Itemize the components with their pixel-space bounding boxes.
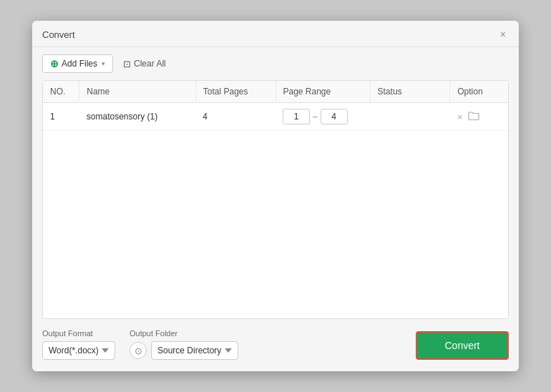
footer: Output Format Word(*.docx) Output Folder… bbox=[32, 319, 519, 371]
toolbar: ⊕ Add Files ▾ ⊡ Clear All bbox=[32, 47, 519, 80]
cell-name: somatosensory (1) bbox=[79, 103, 196, 131]
convert-button[interactable]: Convert bbox=[416, 331, 509, 360]
clear-all-button[interactable]: ⊡ Clear All bbox=[119, 56, 170, 72]
dialog-titlebar: Convert × bbox=[32, 21, 519, 47]
dialog-title: Convert bbox=[42, 29, 75, 40]
table-spacer-row bbox=[43, 131, 508, 274]
add-files-button[interactable]: ⊕ Add Files ▾ bbox=[42, 54, 113, 73]
plus-icon: ⊕ bbox=[50, 58, 59, 69]
cell-total-pages: 4 bbox=[195, 103, 276, 131]
browse-folder-icon[interactable]: ⊙ bbox=[130, 342, 147, 359]
col-option: Option bbox=[450, 81, 508, 103]
clear-all-label: Clear All bbox=[134, 59, 166, 69]
convert-dialog: Convert × ⊕ Add Files ▾ ⊡ Clear All NO. … bbox=[32, 21, 519, 371]
clear-all-icon: ⊡ bbox=[123, 59, 131, 69]
file-table: NO. Name Total Pages Page Range Status O… bbox=[43, 81, 508, 274]
output-folder-row: ⊙ Source Directory bbox=[130, 341, 238, 360]
col-total-pages: Total Pages bbox=[195, 81, 276, 103]
footer-left: Output Format Word(*.docx) Output Folder… bbox=[42, 329, 238, 360]
page-range-start-input[interactable] bbox=[283, 109, 310, 124]
page-range-dash: – bbox=[313, 112, 318, 122]
cell-page-range: – bbox=[276, 103, 370, 131]
cell-status bbox=[370, 103, 450, 131]
output-format-select[interactable]: Word(*.docx) bbox=[42, 341, 115, 360]
option-icons: × bbox=[457, 111, 501, 123]
page-range-inputs: – bbox=[283, 109, 363, 124]
output-format-label: Output Format bbox=[42, 329, 115, 338]
output-folder-select[interactable]: Source Directory bbox=[151, 341, 238, 360]
col-no: NO. bbox=[43, 81, 79, 103]
remove-file-icon[interactable]: × bbox=[457, 112, 463, 122]
output-format-row: Word(*.docx) bbox=[42, 341, 115, 360]
cell-no: 1 bbox=[43, 103, 79, 131]
page-range-end-input[interactable] bbox=[321, 109, 348, 124]
output-format-field: Output Format Word(*.docx) bbox=[42, 329, 115, 360]
col-name: Name bbox=[79, 81, 196, 103]
cell-option: × bbox=[450, 103, 508, 131]
table-row: 1 somatosensory (1) 4 – × bbox=[43, 103, 508, 131]
add-files-label: Add Files bbox=[62, 59, 97, 69]
col-page-range: Page Range bbox=[276, 81, 370, 103]
file-table-container: NO. Name Total Pages Page Range Status O… bbox=[42, 80, 509, 319]
col-status: Status bbox=[370, 81, 450, 103]
table-header-row: NO. Name Total Pages Page Range Status O… bbox=[43, 81, 508, 103]
open-folder-icon[interactable] bbox=[468, 111, 479, 123]
dropdown-arrow-icon: ▾ bbox=[102, 60, 105, 67]
output-folder-field: Output Folder ⊙ Source Directory bbox=[130, 329, 238, 360]
close-button[interactable]: × bbox=[497, 28, 509, 41]
output-folder-label: Output Folder bbox=[130, 329, 238, 338]
